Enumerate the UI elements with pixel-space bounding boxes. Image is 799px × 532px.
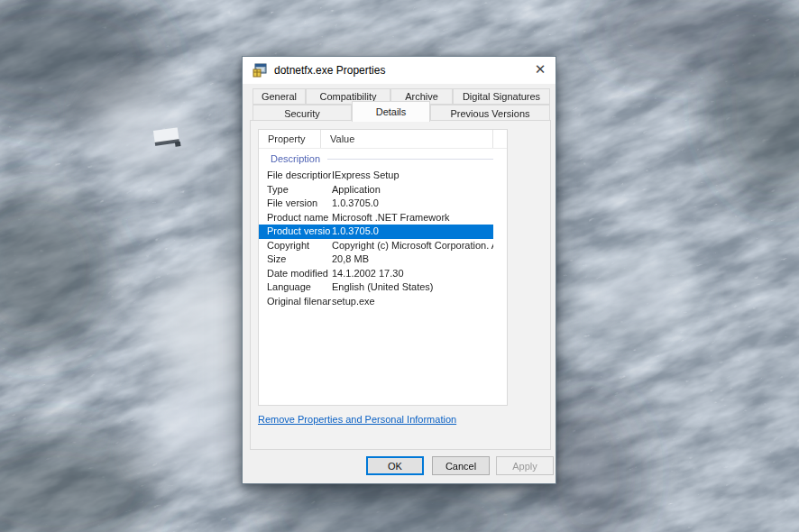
column-header-property[interactable]: Property: [259, 130, 321, 148]
close-icon[interactable]: ✕: [525, 57, 556, 82]
table-row[interactable]: Language English (United States): [259, 280, 493, 295]
cancel-button[interactable]: Cancel: [432, 456, 490, 475]
table-row[interactable]: Type Application: [259, 183, 493, 197]
table-row[interactable]: Product name Microsoft .NET Framework: [259, 211, 493, 225]
dialog-title: dotnetfx.exe Properties: [274, 64, 385, 77]
remove-properties-link[interactable]: Remove Properties and Personal Informati…: [258, 414, 456, 425]
table-row[interactable]: Size 20,8 MB: [259, 252, 493, 267]
tab-strip: General Compatibility Archive Digital Si…: [243, 88, 556, 121]
tab-details[interactable]: Details: [352, 101, 430, 122]
title-bar[interactable]: dotnetfx.exe Properties ✕: [243, 57, 556, 84]
column-header-value[interactable]: Value: [321, 130, 493, 148]
table-row-selected[interactable]: Product version 1.0.3705.0: [259, 225, 493, 239]
table-row[interactable]: File description IExpress Setup: [259, 169, 493, 183]
ok-button[interactable]: OK: [366, 456, 424, 475]
listview-rows: File description IExpress Setup Type App…: [259, 169, 507, 308]
group-header-description: Description: [259, 151, 493, 167]
properties-listview: Property Value Description File descript…: [258, 129, 508, 406]
table-row[interactable]: Date modified 14.1.2002 17.30: [259, 267, 493, 281]
listview-header: Property Value: [259, 130, 507, 149]
tab-general[interactable]: General: [253, 88, 306, 105]
properties-dialog: dotnetfx.exe Properties ✕ General Compat…: [242, 56, 556, 484]
tab-digital-signatures[interactable]: Digital Signatures: [453, 88, 550, 105]
table-row[interactable]: Original filename setup.exe: [259, 295, 493, 309]
group-divider: [327, 159, 493, 160]
apply-button[interactable]: Apply: [496, 456, 554, 475]
table-row[interactable]: File version 1.0.3705.0: [259, 197, 493, 211]
table-row[interactable]: Copyright Copyright (c) Microsoft Corpor…: [259, 239, 493, 253]
setup-package-icon: [253, 63, 267, 78]
